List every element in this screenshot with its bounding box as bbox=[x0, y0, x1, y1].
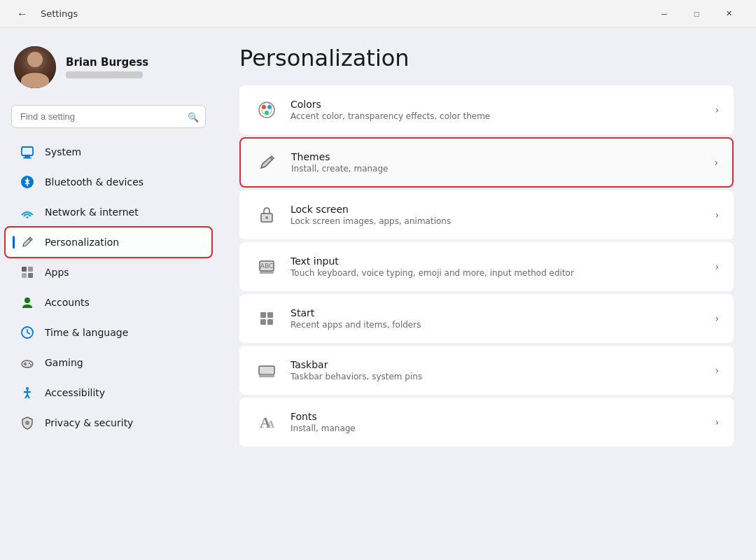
main-content: Personalization Colors Accent color, tra… bbox=[217, 28, 756, 560]
search-box: 🔍 bbox=[11, 105, 206, 128]
colors-chevron: › bbox=[715, 104, 719, 115]
svg-point-18 bbox=[29, 363, 30, 364]
minimize-button[interactable]: ─ bbox=[648, 3, 680, 25]
window-title: Settings bbox=[41, 8, 78, 19]
themes-title: Themes bbox=[291, 151, 703, 162]
sidebar-label-privacy: Privacy & security bbox=[45, 417, 133, 428]
window-controls: ─ □ ✕ bbox=[648, 3, 745, 25]
svg-point-25 bbox=[25, 421, 29, 425]
close-button[interactable]: ✕ bbox=[713, 3, 745, 25]
sidebar-nav: System ’ Bluetooth & devices bbox=[0, 136, 217, 438]
settings-item-start[interactable]: Start Recent apps and items, folders › bbox=[239, 294, 734, 343]
sidebar-item-apps[interactable]: Apps bbox=[6, 258, 211, 287]
sidebar-item-privacy[interactable]: Privacy & security bbox=[6, 408, 211, 438]
settings-item-taskbar[interactable]: Taskbar Taskbar behaviors, system pins › bbox=[239, 346, 734, 395]
start-title: Start bbox=[290, 307, 704, 318]
svg-rect-8 bbox=[28, 267, 33, 272]
themes-icon bbox=[255, 150, 280, 175]
svg-point-19 bbox=[30, 364, 31, 365]
svg-point-28 bbox=[267, 105, 272, 109]
settings-item-themes[interactable]: Themes Install, create, manage › bbox=[239, 137, 734, 188]
svg-rect-0 bbox=[22, 147, 33, 155]
svg-point-29 bbox=[265, 111, 269, 115]
sidebar-label-gaming: Gaming bbox=[45, 357, 83, 368]
avatar-image bbox=[14, 46, 56, 88]
settings-item-colors[interactable]: Colors Accent color, transparency effect… bbox=[239, 85, 734, 134]
svg-rect-41 bbox=[259, 374, 274, 377]
sidebar-item-network[interactable]: Network & internet bbox=[6, 197, 211, 227]
search-input[interactable] bbox=[11, 105, 206, 128]
colors-text: Colors Accent color, transparency effect… bbox=[290, 99, 704, 121]
svg-rect-1 bbox=[24, 156, 30, 158]
sidebar: Brian Burgess 🔍 System bbox=[0, 28, 217, 560]
themes-desc: Install, create, manage bbox=[291, 164, 703, 174]
svg-line-24 bbox=[27, 395, 29, 398]
svg-point-5 bbox=[27, 216, 29, 218]
colors-desc: Accent color, transparency effects, colo… bbox=[290, 111, 704, 121]
svg-rect-37 bbox=[267, 312, 273, 318]
fonts-text: Fonts Install, manage bbox=[290, 411, 704, 433]
text-input-text: Text input Touch keyboard, voice typing,… bbox=[290, 255, 704, 278]
sidebar-item-system[interactable]: System bbox=[6, 137, 211, 167]
title-bar: ← Settings ─ □ ✕ bbox=[0, 0, 756, 28]
taskbar-chevron: › bbox=[715, 365, 719, 376]
lock-screen-chevron: › bbox=[715, 209, 719, 220]
settings-item-fonts[interactable]: A A Fonts Install, manage › bbox=[239, 398, 734, 447]
accounts-icon bbox=[20, 295, 35, 310]
sidebar-item-personalization[interactable]: Personalization bbox=[6, 227, 211, 257]
start-desc: Recent apps and items, folders bbox=[290, 320, 704, 330]
sidebar-label-system: System bbox=[45, 146, 81, 158]
title-bar-left: ← Settings bbox=[11, 3, 78, 25]
page-title: Personalization bbox=[239, 45, 734, 71]
user-name: Brian Burgess bbox=[66, 56, 148, 69]
user-info: Brian Burgess bbox=[66, 56, 148, 78]
svg-point-20 bbox=[26, 387, 29, 390]
settings-item-text-input[interactable]: ABC Text input Touch keyboard, voice typ… bbox=[239, 242, 734, 291]
sidebar-item-time[interactable]: Time & language bbox=[6, 318, 211, 347]
bluetooth-icon: ’ bbox=[20, 174, 35, 190]
maximize-button[interactable]: □ bbox=[680, 3, 713, 25]
sidebar-label-personalization: Personalization bbox=[45, 237, 119, 248]
svg-point-32 bbox=[265, 216, 268, 219]
sidebar-label-apps: Apps bbox=[45, 267, 69, 278]
content-area: Brian Burgess 🔍 System bbox=[0, 28, 756, 560]
svg-point-11 bbox=[24, 298, 30, 303]
apps-icon bbox=[20, 265, 35, 280]
text-input-desc: Touch keyboard, voice typing, emoji and … bbox=[290, 268, 704, 278]
accessibility-icon bbox=[20, 385, 35, 400]
text-input-chevron: › bbox=[715, 261, 719, 272]
start-icon bbox=[254, 306, 279, 331]
svg-rect-38 bbox=[260, 319, 266, 325]
user-section: Brian Burgess bbox=[0, 35, 217, 102]
sidebar-label-accounts: Accounts bbox=[45, 297, 90, 308]
colors-title: Colors bbox=[290, 99, 704, 110]
active-indicator bbox=[13, 236, 15, 248]
themes-text: Themes Install, create, manage bbox=[291, 151, 703, 174]
svg-text:ABC: ABC bbox=[260, 262, 273, 270]
fonts-desc: Install, manage bbox=[290, 424, 704, 433]
sidebar-item-gaming[interactable]: Gaming bbox=[6, 348, 211, 377]
lock-screen-icon bbox=[254, 202, 279, 227]
fonts-chevron: › bbox=[715, 416, 719, 428]
svg-rect-9 bbox=[22, 273, 27, 278]
system-icon bbox=[20, 144, 35, 160]
svg-rect-40 bbox=[259, 366, 274, 374]
sidebar-label-accessibility: Accessibility bbox=[45, 387, 105, 398]
settings-item-lock-screen[interactable]: Lock screen Lock screen images, apps, an… bbox=[239, 190, 734, 239]
sidebar-item-accounts[interactable]: Accounts bbox=[6, 288, 211, 317]
fonts-icon: A A bbox=[254, 410, 279, 435]
back-button[interactable]: ← bbox=[11, 3, 34, 25]
svg-rect-2 bbox=[23, 158, 31, 159]
taskbar-title: Taskbar bbox=[290, 359, 704, 370]
settings-list: Colors Accent color, transparency effect… bbox=[239, 85, 734, 447]
text-input-icon: ABC bbox=[254, 254, 279, 279]
sidebar-item-accessibility[interactable]: Accessibility bbox=[6, 378, 211, 407]
lock-screen-text: Lock screen Lock screen images, apps, an… bbox=[290, 204, 704, 226]
text-input-title: Text input bbox=[290, 255, 704, 267]
sidebar-item-bluetooth[interactable]: ’ Bluetooth & devices bbox=[6, 167, 211, 197]
taskbar-desc: Taskbar behaviors, system pins bbox=[290, 372, 704, 382]
svg-point-15 bbox=[22, 360, 33, 368]
svg-text:A: A bbox=[267, 419, 275, 430]
svg-point-27 bbox=[262, 105, 266, 109]
themes-chevron: › bbox=[714, 157, 718, 168]
